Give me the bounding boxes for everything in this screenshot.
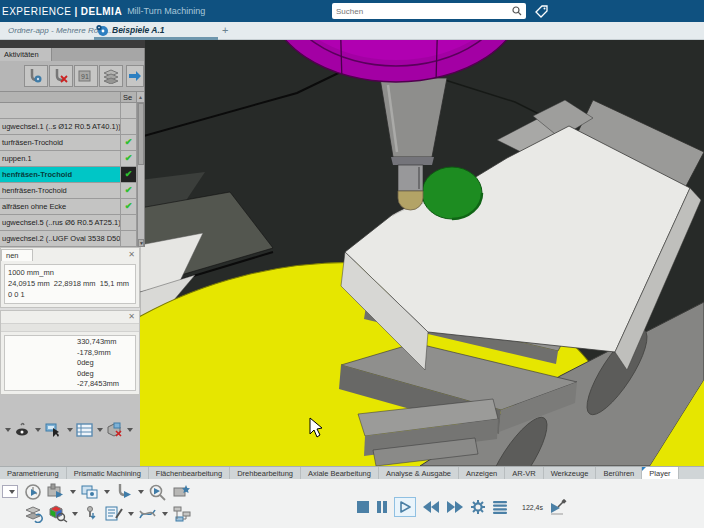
- viewport-mini-toolbar: [0, 418, 140, 442]
- rewind-button[interactable]: [422, 500, 440, 514]
- dropdown-caret[interactable]: [128, 512, 134, 516]
- status-cell: ✔: [121, 199, 137, 214]
- close-icon[interactable]: ✕: [128, 251, 135, 259]
- table-view-icon[interactable]: [76, 422, 94, 438]
- compute-toolpath-button[interactable]: [24, 65, 48, 87]
- dropdown-caret[interactable]: [72, 512, 78, 516]
- dropdown-caret[interactable]: [70, 490, 76, 494]
- status-cell: ✔: [121, 135, 137, 150]
- status-cell: ✔: [121, 151, 137, 166]
- stock-button[interactable]: [99, 65, 123, 87]
- simulation-time-display: 122,4s: [522, 504, 543, 511]
- viewport-3d[interactable]: [140, 40, 704, 466]
- event-list-icon[interactable]: [492, 500, 508, 514]
- pause-button[interactable]: [376, 500, 388, 514]
- ribbon-tab-anzeigen[interactable]: Anzeigen: [459, 467, 505, 479]
- playback-controls: 122,4s: [356, 497, 567, 517]
- player-settings-gear-icon[interactable]: [470, 499, 486, 515]
- ribbon-tab-drehbearbeitung[interactable]: Drehbearbeitung: [230, 467, 301, 479]
- collision-check-icon[interactable]: [106, 422, 124, 438]
- play-button[interactable]: [394, 497, 416, 517]
- player-toolbar-row2: [24, 503, 192, 525]
- ribbon-tab-player[interactable]: Player: [642, 467, 678, 479]
- fast-forward-button[interactable]: [446, 500, 464, 514]
- app-bar: EXPERIENCE|DELMIA Mill-Turn Machining: [0, 0, 704, 22]
- snapshot-icon[interactable]: [80, 483, 100, 501]
- search-icon[interactable]: [512, 6, 522, 16]
- jump-to-time-icon[interactable]: [549, 499, 567, 515]
- delete-toolpath-button[interactable]: [49, 65, 73, 87]
- feed-panel-tab[interactable]: nen: [1, 249, 33, 261]
- machine-simulation-icon[interactable]: [46, 483, 66, 501]
- activity-tree: ugwechsel.1 (..s Ø12 R0.5 AT40.1)) turfr…: [0, 103, 144, 247]
- probe-icon[interactable]: [82, 505, 100, 523]
- scroll-down-button[interactable]: ▼: [138, 239, 144, 247]
- process-flow-icon[interactable]: [172, 505, 192, 523]
- feedrate-panel: nen ✕ 1000 mm_mn 24,0915 mm 22,8918 mm 1…: [0, 247, 140, 308]
- ribbon-tab-ar-vr[interactable]: AR-VR: [505, 467, 543, 479]
- status-cell: ✔: [121, 183, 137, 198]
- trajectory-compare-icon[interactable]: [138, 505, 158, 523]
- dropdown-caret[interactable]: [138, 490, 144, 494]
- search-box[interactable]: [332, 3, 526, 19]
- tree-row-selected[interactable]: henfräsen-Trochoid✔: [0, 167, 144, 183]
- axis-values: 330,743mm -178,9mm 0deg 0deg -27,8453mm: [4, 335, 136, 391]
- activities-toolbar: 91: [0, 61, 144, 91]
- tree-row[interactable]: alfräsen ohne Ecke✔: [0, 199, 144, 215]
- dropdown-caret[interactable]: [127, 428, 133, 432]
- tab-beispiele[interactable]: Beispiele A.1: [112, 25, 165, 35]
- ribbon-tab-axiale-bearbeitung[interactable]: Axiale Bearbeitung: [301, 467, 379, 479]
- ribbon-tab-bar: Parametrierung Prismatic Machining Fläch…: [0, 466, 704, 479]
- tree-row[interactable]: ruppen.1✔: [0, 151, 144, 167]
- simulation-cursor-icon[interactable]: [44, 422, 64, 438]
- scroll-up-button[interactable]: ▲: [137, 92, 144, 102]
- svg-text:91: 91: [81, 73, 89, 80]
- dropdown-caret[interactable]: [67, 428, 73, 432]
- ribbon-tab-analyse-ausgabe[interactable]: Analyse & Ausgabe: [379, 467, 459, 479]
- dropdown-caret[interactable]: [97, 428, 103, 432]
- feed-values: 1000 mm_mn 24,0915 mm 22,8918 mm 15,1 mm…: [4, 264, 136, 304]
- review-icon[interactable]: [148, 483, 168, 501]
- tree-row[interactable]: turfräsen-Trochoid✔: [0, 135, 144, 151]
- nc-code-button[interactable]: 91: [74, 65, 98, 87]
- visibility-eye-icon[interactable]: [14, 422, 32, 438]
- simulate-icon[interactable]: [24, 483, 42, 501]
- tree-vertical-scrollbar[interactable]: ▼: [137, 103, 144, 247]
- program-review-icon[interactable]: [104, 505, 124, 523]
- dropdown-caret[interactable]: [162, 512, 168, 516]
- tree-row[interactable]: [0, 103, 144, 119]
- remove-material-icon[interactable]: [24, 505, 44, 523]
- ribbon-tab-beruehren[interactable]: Berühren: [596, 467, 642, 479]
- player-toolbar-row1: [24, 481, 192, 503]
- ribbon-tab-prismatic-machining[interactable]: Prismatic Machining: [67, 467, 149, 479]
- simulation-options-icon[interactable]: [172, 483, 192, 501]
- status-cell: [121, 215, 137, 230]
- tag-icon[interactable]: [534, 3, 550, 19]
- dropdown-caret[interactable]: [104, 490, 110, 494]
- tree-row[interactable]: ugwechsel.2 (..UGF Oval 3538 D50): [0, 231, 144, 247]
- tree-row[interactable]: henfräsen-Trochoid✔: [0, 183, 144, 199]
- tree-row[interactable]: ugwechsel.5 (..rus Ø6 R0.5 AT25.1)): [0, 215, 144, 231]
- dropdown-caret[interactable]: [5, 428, 11, 432]
- new-tab-button[interactable]: +: [222, 24, 228, 36]
- tab-activities[interactable]: Aktivitäten: [0, 48, 52, 61]
- tree-row[interactable]: ugwechsel.1 (..s Ø12 R0.5 AT40.1)): [0, 119, 144, 135]
- status-cell: [121, 103, 137, 118]
- forward-button[interactable]: [126, 65, 144, 87]
- dropdown-caret[interactable]: [35, 428, 41, 432]
- color-mapping-icon[interactable]: [48, 505, 68, 523]
- activities-panel: Aktivitäten 91 Se ▲ ugwechsel.1 (..s Ø12…: [0, 48, 145, 247]
- compass-icon: [96, 25, 109, 37]
- brand-logo: EXPERIENCE|DELMIA: [2, 6, 122, 17]
- ribbon-tab-flaechenbearbeitung[interactable]: Flächenbearbeitung: [149, 467, 230, 479]
- ribbon-tab-werkzeuge[interactable]: Werkzeuge: [544, 467, 597, 479]
- ribbon-tab-parametrierung[interactable]: Parametrierung: [0, 467, 67, 479]
- panel-top-gap: [0, 40, 145, 48]
- scope-dropdown[interactable]: [2, 485, 18, 498]
- stop-button[interactable]: [356, 500, 370, 514]
- search-input[interactable]: [336, 7, 512, 16]
- ribbon-body: 122,4s: [0, 479, 704, 528]
- app-title: Mill-Turn Machining: [127, 6, 205, 16]
- close-icon[interactable]: ✕: [128, 313, 135, 321]
- tool-simulation-icon[interactable]: [114, 483, 134, 501]
